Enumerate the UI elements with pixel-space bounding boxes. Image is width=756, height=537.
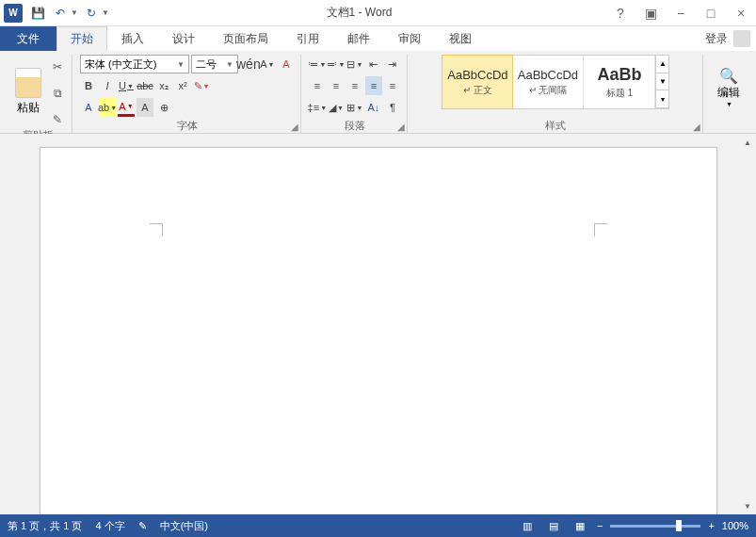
font-color-button[interactable]: A▼ (118, 98, 135, 117)
login-link[interactable]: 登录 (705, 31, 728, 47)
cut-button[interactable]: ✂ (49, 58, 66, 75)
increase-indent-button[interactable]: ⇥ (384, 55, 401, 73)
align-distributed-button[interactable]: ≡ (384, 76, 401, 95)
numbering-button[interactable]: ≕▼ (328, 55, 345, 73)
bullets-button[interactable]: ≔▼ (309, 55, 326, 73)
style-no-spacing[interactable]: AaBbCcDd ↵ 无间隔 (512, 56, 584, 108)
group-styles-label: 样式◢ (415, 119, 697, 132)
save-icon[interactable]: 💾 (28, 4, 47, 23)
bold-button[interactable]: B (80, 76, 97, 95)
show-marks-button[interactable]: ¶ (384, 98, 401, 117)
tab-design[interactable]: 设计 (158, 26, 209, 51)
status-page[interactable]: 第 1 页，共 1 页 (8, 519, 82, 533)
shading-button[interactable]: ◢▼ (328, 98, 345, 117)
paste-button[interactable]: 粘贴 (9, 55, 47, 128)
align-center-button[interactable]: ≡ (328, 76, 345, 95)
tab-references[interactable]: 引用 (282, 26, 333, 51)
group-paragraph-label: 段落◢ (309, 119, 401, 132)
align-justify-button[interactable]: ≡ (365, 76, 382, 95)
tab-insert[interactable]: 插入 (107, 26, 158, 51)
undo-icon[interactable]: ↶ (51, 4, 70, 23)
font-name-combo[interactable]: ▼ (80, 55, 189, 73)
align-right-button[interactable]: ≡ (346, 76, 363, 95)
style-name: 标题 1 (606, 87, 633, 100)
view-read-icon[interactable]: ▥ (518, 517, 537, 534)
style-name: ↵ 正文 (463, 84, 492, 97)
zoom-in-button[interactable]: + (708, 520, 714, 531)
font-launcher-icon[interactable]: ◢ (291, 122, 298, 132)
chevron-down-icon: ▼ (726, 101, 732, 107)
tab-mail[interactable]: 邮件 (333, 26, 384, 51)
status-language[interactable]: 中文(中国) (160, 519, 208, 533)
font-size-input[interactable] (196, 58, 224, 70)
align-left-button[interactable]: ≡ (309, 76, 326, 95)
font-size-combo[interactable]: ▼ (191, 55, 238, 73)
status-word-count[interactable]: 4 个字 (95, 519, 124, 533)
styles-launcher-icon[interactable]: ◢ (693, 122, 700, 132)
ribbon-display-button[interactable]: ▣ (639, 4, 662, 23)
style-heading1[interactable]: AaBb 标题 1 (584, 56, 655, 108)
group-editing: 🔍 编辑 ▼ (705, 55, 752, 134)
gallery-more-icon[interactable]: ▾ (656, 90, 668, 108)
font-name-input[interactable] (85, 58, 175, 70)
style-normal[interactable]: AaBbCcDd ↵ 正文 (442, 55, 513, 109)
gallery-down-icon[interactable]: ▼ (656, 73, 668, 91)
view-print-icon[interactable]: ▤ (544, 517, 563, 534)
maximize-button[interactable]: □ (700, 4, 722, 23)
page-canvas[interactable] (40, 147, 717, 514)
editing-label: 编辑 (717, 85, 740, 101)
tab-view[interactable]: 视图 (435, 26, 486, 51)
highlight-button[interactable]: ab▼ (99, 98, 116, 117)
editing-button[interactable]: 🔍 编辑 ▼ (711, 55, 747, 119)
chevron-down-icon[interactable]: ▼ (175, 60, 186, 69)
ribbon-home: 粘贴 ✂ ⧉ ✎ 剪贴板◢ ▼ ▼ wén A▼ A B I (0, 51, 756, 134)
format-painter-button[interactable]: ✎ (49, 111, 66, 128)
view-web-icon[interactable]: ▦ (571, 517, 589, 534)
italic-button[interactable]: I (99, 76, 116, 95)
decrease-indent-button[interactable]: ⇤ (365, 55, 382, 73)
style-preview: AaBbCcDd (447, 68, 507, 82)
vertical-scrollbar[interactable]: ▲ ▼ (741, 136, 754, 513)
sort-button[interactable]: A↓ (365, 98, 382, 117)
group-font: ▼ ▼ wén A▼ A B I U▼ abc x₂ x² ✎▼ A (74, 55, 301, 134)
enclose-char-button[interactable]: ⊕ (155, 98, 172, 117)
avatar-icon[interactable] (733, 30, 750, 47)
tab-layout[interactable]: 页面布局 (209, 26, 282, 51)
zoom-slider[interactable] (610, 525, 700, 528)
text-effects-button[interactable]: ✎▼ (193, 76, 210, 95)
status-proofing-icon[interactable]: ✎ (138, 520, 147, 532)
scroll-up-icon[interactable]: ▲ (741, 136, 754, 149)
group-clipboard: 粘贴 ✂ ⧉ ✎ 剪贴板◢ (4, 55, 72, 134)
superscript-button[interactable]: x² (174, 76, 191, 95)
qat-customize-icon[interactable]: ▼ (102, 8, 109, 17)
grow-font-button[interactable]: wén (240, 55, 257, 73)
chevron-down-icon[interactable]: ▼ (224, 60, 235, 69)
subscript-button[interactable]: x₂ (155, 76, 172, 95)
close-button[interactable]: × (730, 4, 752, 23)
scroll-track[interactable] (741, 149, 754, 499)
tab-file[interactable]: 文件 (0, 26, 56, 51)
scroll-down-icon[interactable]: ▼ (741, 499, 754, 513)
window-title: 文档1 - Word (109, 5, 609, 21)
gallery-up-icon[interactable]: ▲ (656, 56, 668, 73)
tab-review[interactable]: 审阅 (384, 26, 435, 51)
zoom-thumb[interactable] (676, 520, 682, 531)
font-outline-button[interactable]: A (80, 98, 97, 117)
redo-icon[interactable]: ↻ (82, 4, 101, 23)
help-button[interactable]: ? (609, 4, 632, 23)
change-case-button[interactable]: A▼ (259, 55, 276, 73)
borders-button[interactable]: ⊞▼ (346, 98, 363, 117)
line-spacing-button[interactable]: ‡≡▼ (309, 98, 326, 117)
copy-button[interactable]: ⧉ (49, 85, 66, 102)
zoom-level[interactable]: 100% (722, 520, 748, 531)
zoom-out-button[interactable]: − (597, 520, 603, 531)
clear-format-button[interactable]: A (278, 55, 295, 73)
undo-dropdown-icon[interactable]: ▼ (71, 8, 78, 17)
minimize-button[interactable]: − (669, 4, 692, 23)
paragraph-launcher-icon[interactable]: ◢ (397, 122, 405, 132)
multilevel-button[interactable]: ⊟▼ (346, 55, 363, 73)
underline-button[interactable]: U▼ (118, 76, 135, 95)
strike-button[interactable]: abc (137, 76, 153, 95)
char-shading-button[interactable]: A (137, 98, 153, 117)
tab-home[interactable]: 开始 (56, 26, 107, 51)
